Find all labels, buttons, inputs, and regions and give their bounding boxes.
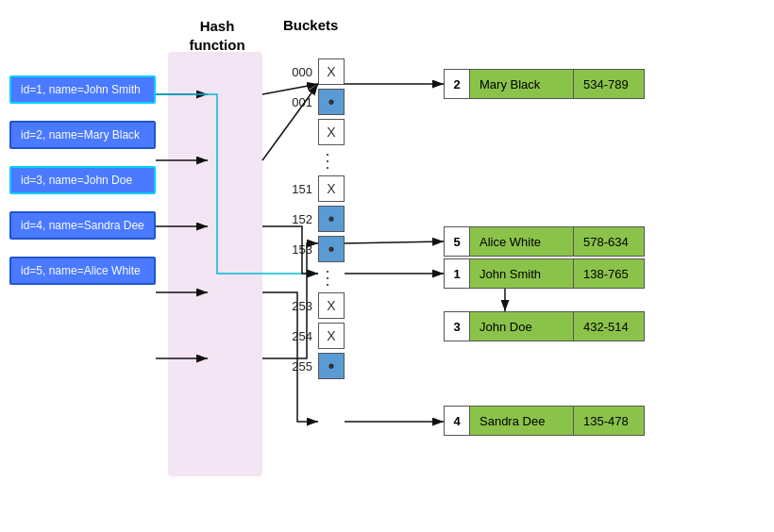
bucket-cell-002: X bbox=[318, 119, 345, 145]
node-data-alice-white: 578-634 bbox=[574, 226, 645, 257]
record-john-smith: id=1, name=John Smith bbox=[9, 75, 156, 104]
node-id-john-doe: 3 bbox=[444, 311, 470, 341]
bucket-cell-254: X bbox=[318, 323, 345, 349]
node-john-doe: 3 John Doe 432-514 bbox=[444, 311, 645, 341]
bucket-row-000: 000 X bbox=[278, 57, 345, 87]
bucket-label-001: 001 bbox=[278, 95, 318, 109]
bucket-label-255: 255 bbox=[278, 359, 318, 374]
bucket-label-254: 254 bbox=[278, 329, 318, 343]
node-id-john-smith: 1 bbox=[444, 258, 470, 289]
bucket-area: 000 X 001 • X ⋮ 151 X 152 • 153 • ⋮ bbox=[278, 57, 345, 381]
bucket-cell-253: X bbox=[318, 292, 345, 319]
bucket-cell-151: X bbox=[318, 175, 345, 202]
bucket-row-151: 151 X bbox=[278, 174, 345, 204]
node-data-john-doe: 432-514 bbox=[574, 311, 645, 341]
node-id-alice-white: 5 bbox=[444, 226, 470, 257]
record-john-doe: id=3, name=John Doe bbox=[9, 166, 156, 194]
hash-function-label: Hash function bbox=[175, 17, 260, 54]
node-mary-black: 2 Mary Black 534-789 bbox=[444, 69, 645, 99]
bucket-row-153: 153 • bbox=[278, 234, 345, 264]
node-john-smith: 1 John Smith 138-765 bbox=[444, 258, 645, 289]
record-mary-black: id=2, name=Mary Black bbox=[9, 121, 156, 149]
bucket-cell-000: X bbox=[318, 58, 345, 85]
bucket-cell-255: • bbox=[318, 353, 345, 379]
node-name-alice-white: Alice White bbox=[470, 226, 574, 257]
record-alice-white: id=5, name=Alice White bbox=[9, 257, 156, 285]
bucket-row-002: X bbox=[278, 117, 345, 147]
node-alice-white: 5 Alice White 578-634 bbox=[444, 226, 645, 257]
node-name-sandra-dee: Sandra Dee bbox=[470, 406, 574, 436]
node-data-john-smith: 138-765 bbox=[574, 258, 645, 289]
buckets-label: Buckets bbox=[283, 17, 338, 33]
svg-line-10 bbox=[345, 241, 444, 243]
bucket-row-152: 152 • bbox=[278, 204, 345, 234]
node-id-sandra-dee: 4 bbox=[444, 406, 470, 436]
dots-separator-1: ⋮ bbox=[278, 147, 345, 174]
input-records: id=1, name=John Smith id=2, name=Mary Bl… bbox=[9, 75, 156, 285]
bucket-cell-152: • bbox=[318, 206, 345, 232]
node-sandra-dee: 4 Sandra Dee 135-478 bbox=[444, 406, 645, 436]
bucket-cell-001: • bbox=[318, 89, 345, 115]
bucket-row-255: 255 • bbox=[278, 351, 345, 381]
bucket-label-253: 253 bbox=[278, 299, 318, 313]
diagram-container: Hash function Buckets id=1, name=John Sm… bbox=[0, 0, 774, 532]
node-name-john-smith: John Smith bbox=[470, 258, 574, 289]
bucket-label-000: 000 bbox=[278, 65, 318, 79]
node-id-mary-black: 2 bbox=[444, 69, 470, 99]
hash-function-bg bbox=[168, 52, 262, 476]
dots-separator-2: ⋮ bbox=[278, 264, 345, 291]
bucket-row-254: 254 X bbox=[278, 321, 345, 351]
node-name-mary-black: Mary Black bbox=[470, 69, 574, 99]
bucket-row-253: 253 X bbox=[278, 291, 345, 321]
node-data-mary-black: 534-789 bbox=[574, 69, 645, 99]
bucket-label-151: 151 bbox=[278, 182, 318, 196]
node-data-sandra-dee: 135-478 bbox=[574, 406, 645, 436]
bucket-label-152: 152 bbox=[278, 212, 318, 226]
bucket-cell-153: • bbox=[318, 236, 345, 262]
record-sandra-dee: id=4, name=Sandra Dee bbox=[9, 211, 156, 240]
bucket-label-153: 153 bbox=[278, 242, 318, 257]
node-name-john-doe: John Doe bbox=[470, 311, 574, 341]
bucket-row-001: 001 • bbox=[278, 87, 345, 117]
